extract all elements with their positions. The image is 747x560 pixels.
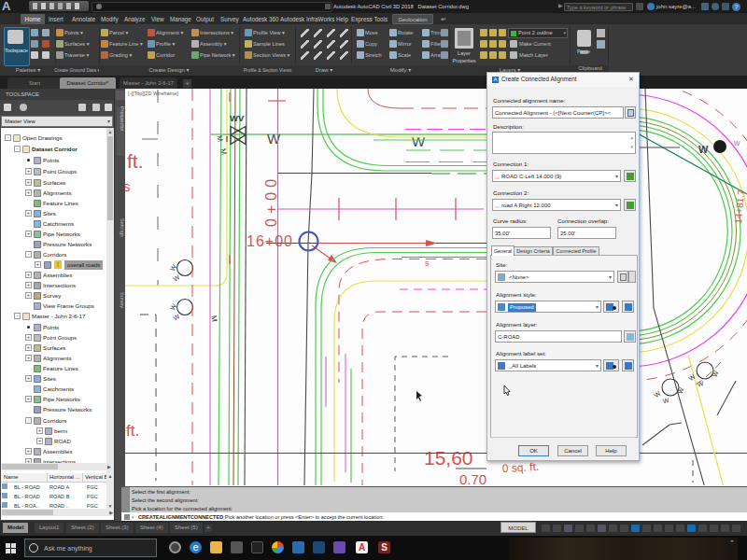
svg-text:14+81.7: 14+81.7 xyxy=(733,189,746,224)
svg-text:W: W xyxy=(169,302,178,312)
svg-text:M: M xyxy=(215,134,225,143)
svg-text:s: s xyxy=(125,178,131,194)
svg-text:ft.: ft. xyxy=(127,150,144,172)
svg-text:0.70: 0.70 xyxy=(459,471,486,486)
svg-text:15,60: 15,60 xyxy=(424,447,473,469)
svg-text:W: W xyxy=(698,144,709,155)
svg-text:W: W xyxy=(653,389,662,399)
svg-text:0 sq. ft.: 0 sq. ft. xyxy=(501,460,539,475)
svg-text:s: s xyxy=(425,259,430,268)
svg-text:W: W xyxy=(677,386,685,395)
svg-text:WV: WV xyxy=(230,113,245,123)
svg-text:16+00: 16+00 xyxy=(247,233,293,249)
svg-text:ft.: ft. xyxy=(126,422,139,440)
svg-text:W: W xyxy=(172,273,181,283)
svg-text:W: W xyxy=(712,370,720,378)
svg-text:W: W xyxy=(412,133,426,149)
svg-text:M: M xyxy=(209,315,218,322)
svg-text:W: W xyxy=(662,397,670,405)
svg-text:W: W xyxy=(172,313,181,322)
svg-text:W: W xyxy=(267,131,281,147)
svg-text:w: w xyxy=(733,138,740,147)
svg-text:0+00: 0+00 xyxy=(263,175,279,227)
svg-text:W: W xyxy=(169,263,178,273)
